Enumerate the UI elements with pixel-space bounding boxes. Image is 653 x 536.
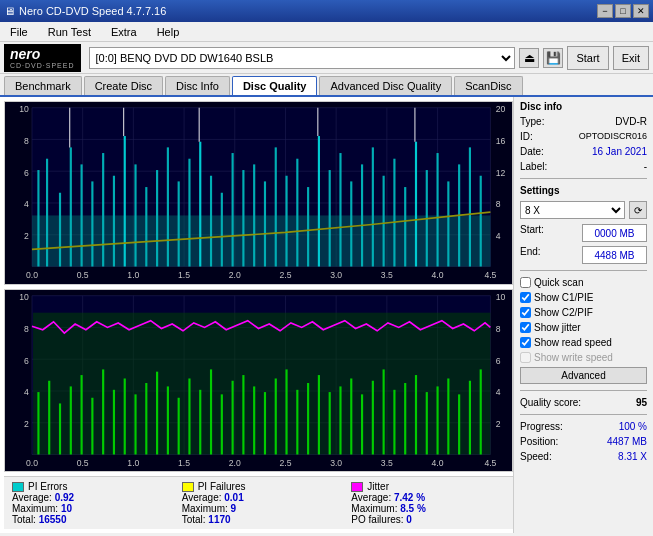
show-c2pif-row: Show C2/PIF [520, 307, 647, 318]
title-bar: 🖥 Nero CD-DVD Speed 4.7.7.16 − □ ✕ [0, 0, 653, 22]
show-write-speed-checkbox[interactable] [520, 352, 531, 363]
pi-errors-avg-value: 0.92 [55, 492, 74, 503]
svg-rect-144 [458, 394, 460, 454]
svg-text:8: 8 [24, 136, 29, 146]
maximize-button[interactable]: □ [615, 4, 631, 18]
title-bar-title: 🖥 Nero CD-DVD Speed 4.7.7.16 [4, 5, 166, 17]
pi-failures-total-value: 1170 [208, 514, 230, 525]
minimize-button[interactable]: − [597, 4, 613, 18]
pi-errors-total-label: Total: [12, 514, 36, 525]
svg-text:4: 4 [24, 387, 29, 397]
speed-label: Speed: [520, 451, 552, 462]
svg-rect-36 [221, 193, 223, 267]
quality-score-value: 95 [636, 397, 647, 408]
pi-errors-max-label: Maximum: [12, 503, 58, 514]
svg-text:4: 4 [24, 199, 29, 209]
jitter-max-value: 8.5 % [400, 503, 426, 514]
svg-rect-130 [307, 383, 309, 454]
svg-rect-23 [81, 164, 83, 266]
jitter-legend: Jitter Average: 7.42 % Maximum: 8.5 % PO… [351, 481, 505, 525]
speed-select[interactable]: 8 X [520, 201, 625, 219]
exit-button[interactable]: Exit [613, 46, 649, 70]
svg-text:4.0: 4.0 [432, 270, 444, 280]
jitter-color [351, 482, 363, 492]
eject-icon[interactable]: ⏏ [519, 48, 539, 68]
show-c1pie-checkbox[interactable] [520, 292, 531, 303]
show-write-speed-row: Show write speed [520, 352, 647, 363]
pi-errors-color [12, 482, 24, 492]
start-button[interactable]: Start [567, 46, 608, 70]
advanced-button[interactable]: Advanced [520, 367, 647, 384]
svg-rect-47 [339, 153, 341, 266]
divider-1 [520, 178, 647, 179]
pi-failures-max-value: 9 [231, 503, 237, 514]
start-input[interactable] [582, 224, 647, 242]
svg-rect-31 [167, 147, 169, 266]
jitter-chart: 10 8 6 4 2 10 8 6 4 2 0.0 0.5 1.0 1.5 2.… [4, 289, 513, 473]
nero-logo: nero [10, 46, 75, 62]
svg-rect-114 [134, 394, 136, 454]
end-input[interactable] [582, 246, 647, 264]
svg-rect-24 [91, 181, 93, 266]
progress-value: 100 % [619, 421, 647, 432]
svg-text:6: 6 [496, 355, 501, 365]
show-c1pie-row: Show C1/PIE [520, 292, 647, 303]
svg-rect-38 [242, 170, 244, 266]
svg-text:2.0: 2.0 [229, 457, 241, 467]
tab-create-disc[interactable]: Create Disc [84, 76, 163, 95]
svg-rect-56 [436, 153, 438, 266]
tab-scan-disc[interactable]: ScanDisc [454, 76, 522, 95]
svg-text:4: 4 [496, 387, 501, 397]
svg-rect-117 [167, 386, 169, 454]
end-row: End: [520, 246, 647, 264]
end-label: End: [520, 246, 541, 264]
pi-errors-label: PI Errors [28, 481, 67, 492]
svg-rect-59 [469, 147, 471, 266]
disc-info-title: Disc info [520, 101, 647, 112]
svg-rect-133 [339, 386, 341, 454]
svg-rect-40 [264, 181, 266, 266]
tab-disc-quality[interactable]: Disc Quality [232, 76, 318, 95]
svg-rect-27 [124, 136, 126, 266]
pi-failures-avg-value: 0.01 [224, 492, 243, 503]
divider-2 [520, 270, 647, 271]
show-jitter-checkbox[interactable] [520, 322, 531, 333]
svg-text:1.5: 1.5 [178, 270, 190, 280]
right-panel: Disc info Type: DVD-R ID: OPTODISCR016 D… [513, 97, 653, 533]
svg-text:8: 8 [24, 323, 29, 333]
svg-rect-126 [264, 392, 266, 454]
svg-rect-50 [372, 147, 374, 266]
quick-scan-checkbox[interactable] [520, 277, 531, 288]
svg-rect-45 [318, 136, 320, 266]
close-button[interactable]: ✕ [633, 4, 649, 18]
tab-benchmark[interactable]: Benchmark [4, 76, 82, 95]
divider-3 [520, 390, 647, 391]
tab-advanced-disc-quality[interactable]: Advanced Disc Quality [319, 76, 452, 95]
show-read-speed-checkbox[interactable] [520, 337, 531, 348]
id-row: ID: OPTODISCR016 [520, 131, 647, 142]
chart-area: 10 8 6 4 2 20 16 12 8 4 0.0 0.5 1.0 1.5 … [0, 97, 513, 533]
tab-disc-info[interactable]: Disc Info [165, 76, 230, 95]
svg-rect-57 [447, 181, 449, 266]
date-value: 16 Jan 2021 [592, 146, 647, 157]
svg-rect-111 [102, 369, 104, 454]
save-icon[interactable]: 💾 [543, 48, 563, 68]
svg-rect-42 [285, 176, 287, 267]
menu-run-test[interactable]: Run Test [42, 25, 97, 39]
logo-area: nero CD·DVD·SPEED [4, 44, 81, 72]
show-write-speed-label: Show write speed [534, 352, 613, 363]
drive-select[interactable]: [0:0] BENQ DVD DD DW1640 BSLB [89, 47, 516, 69]
svg-text:1.0: 1.0 [127, 457, 139, 467]
svg-text:0.5: 0.5 [77, 270, 89, 280]
menu-file[interactable]: File [4, 25, 34, 39]
svg-text:1.5: 1.5 [178, 457, 190, 467]
pi-errors-total: Total: 16550 [12, 514, 166, 525]
svg-rect-48 [350, 181, 352, 266]
settings-icon-btn[interactable]: ⟳ [629, 201, 647, 219]
svg-text:0.5: 0.5 [77, 457, 89, 467]
menu-help[interactable]: Help [151, 25, 186, 39]
svg-rect-20 [46, 159, 48, 267]
menu-extra[interactable]: Extra [105, 25, 143, 39]
app-icon: 🖥 [4, 5, 15, 17]
show-c2pif-checkbox[interactable] [520, 307, 531, 318]
